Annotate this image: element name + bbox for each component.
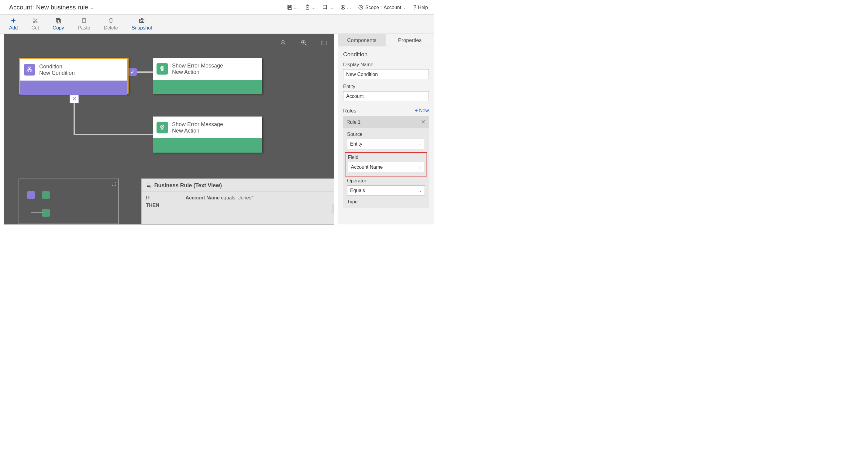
check-icon: ✓	[129, 68, 137, 76]
cut-label: Cut	[31, 25, 39, 31]
text-view-panel: ⛶ Business Rule (Text View) IF Account N…	[141, 179, 334, 224]
paste-button[interactable]: Paste	[78, 18, 90, 31]
action-node[interactable]: Show Error Message New Action	[153, 116, 262, 152]
add-button[interactable]: Add	[9, 18, 18, 31]
title-prefix: Account:	[9, 4, 34, 11]
connector-line	[73, 103, 75, 135]
delete-label: Delete	[104, 25, 118, 31]
field-value: Account Name	[351, 164, 383, 170]
minimap[interactable]: ⛶	[19, 179, 119, 224]
svg-rect-19	[29, 67, 30, 68]
svg-rect-10	[56, 19, 59, 22]
connector-line	[137, 71, 153, 73]
svg-rect-2	[288, 8, 291, 9]
minimap-line	[31, 212, 42, 213]
page-title[interactable]: Account: New business rule ⌄	[9, 4, 94, 11]
zoom-in-icon[interactable]	[301, 39, 307, 47]
rules-label: Rules	[343, 108, 356, 114]
svg-rect-20	[27, 71, 29, 72]
source-select[interactable]: Entity ⌄	[347, 139, 425, 149]
field-label: Field	[348, 155, 424, 160]
operator-select[interactable]: Equals ⌄	[347, 185, 425, 196]
node-footer	[153, 80, 262, 94]
rule-body: Source Entity ⌄ Field Account Name ⌄ Ope…	[343, 128, 429, 208]
tab-components[interactable]: Components	[338, 34, 386, 47]
type-label: Type	[347, 199, 425, 205]
scope-selector[interactable]: Scope : Account ⌄	[358, 5, 406, 10]
tab-properties[interactable]: Properties	[386, 34, 434, 47]
scroll-up-icon[interactable]: ˄	[333, 204, 334, 213]
canvas-controls	[280, 39, 328, 47]
new-rule-button[interactable]: + New	[415, 108, 429, 114]
display-name-input[interactable]	[343, 69, 429, 79]
delete-button[interactable]: Delete	[104, 18, 118, 31]
rule-header[interactable]: Rule 1 ✕	[343, 116, 429, 128]
scope-label: Scope :	[365, 5, 382, 10]
source-value: Entity	[350, 141, 362, 147]
scope-value: Account	[383, 5, 401, 10]
svg-point-24	[150, 186, 151, 187]
canvas[interactable]: ✓ ✕ Condition New Condition	[4, 34, 334, 224]
snapshot-label: Snapshot	[132, 25, 152, 31]
add-label: Add	[9, 25, 18, 31]
operator-value: Equals	[350, 187, 365, 193]
x-icon[interactable]: ✕	[70, 94, 79, 103]
paste-label: Paste	[78, 25, 90, 31]
help-label: Help	[418, 5, 428, 10]
condition-icon	[24, 64, 35, 76]
copy-button[interactable]: Copy	[53, 18, 64, 31]
error-action-icon	[157, 63, 168, 75]
operator-label: Operator	[347, 178, 425, 184]
then-keyword: THEN	[146, 203, 164, 209]
node-subtitle: New Action	[172, 69, 223, 76]
connector-line	[73, 134, 153, 135]
node-title: Condition	[39, 63, 75, 70]
activate-icon[interactable]: ...	[340, 5, 351, 10]
save-icon[interactable]: ...	[287, 5, 298, 10]
error-action-icon	[157, 122, 168, 133]
action-node[interactable]: Show Error Message New Action	[153, 58, 262, 94]
source-label: Source	[347, 131, 425, 138]
if-expression: Account Name equals "Jones"	[186, 195, 253, 201]
main-area: ✓ ✕ Condition New Condition	[0, 34, 434, 224]
node-title: Show Error Message	[172, 63, 223, 69]
help-button[interactable]: ? Help	[413, 4, 428, 11]
entity-label: Entity	[343, 84, 429, 90]
node-subtitle: New Action	[172, 128, 223, 134]
chevron-down-icon[interactable]: ⌄	[90, 5, 94, 10]
node-footer	[153, 138, 262, 153]
svg-point-15	[141, 20, 143, 22]
chevron-down-icon: ⌄	[419, 142, 422, 146]
display-name-label: Display Name	[343, 62, 429, 67]
header-bar: Account: New business rule ⌄ ... ... ...…	[0, 0, 434, 15]
condition-node[interactable]: Condition New Condition	[19, 58, 129, 94]
minimap-node	[42, 209, 50, 217]
zoom-out-icon[interactable]	[280, 39, 287, 47]
minimap-expand-icon[interactable]: ⛶	[112, 181, 116, 187]
help-icon: ?	[413, 4, 416, 11]
text-view-header: Business Rule (Text View)	[142, 179, 334, 192]
field-highlight: Field Account Name ⌄	[345, 152, 427, 177]
section-title: Condition	[343, 51, 429, 58]
snapshot-button[interactable]: Snapshot	[132, 18, 152, 31]
minimap-node	[42, 191, 50, 199]
save-as-icon[interactable]: ...	[322, 5, 333, 10]
node-subtitle: New Condition	[39, 70, 75, 76]
rule-title: Rule 1	[346, 119, 361, 125]
validate-icon[interactable]: ...	[305, 5, 315, 10]
fit-screen-icon[interactable]	[321, 39, 328, 47]
cut-button[interactable]: Cut	[31, 18, 39, 31]
close-icon[interactable]: ✕	[421, 119, 426, 125]
if-keyword: IF	[146, 195, 164, 201]
panel-tabs: Components Properties	[338, 34, 434, 47]
minimap-node	[27, 191, 35, 199]
svg-rect-1	[289, 5, 290, 7]
chevron-down-icon: ⌄	[418, 165, 421, 169]
text-view-body: IF Account Name equals "Jones" THEN ˄	[142, 192, 334, 213]
svg-rect-11	[57, 20, 60, 23]
node-footer	[20, 81, 127, 95]
entity-input[interactable]	[343, 91, 429, 101]
header-actions: ... ... ... ... Scope : Account ⌄ ? Help	[287, 4, 428, 11]
field-select[interactable]: Account Name ⌄	[348, 162, 424, 172]
svg-rect-21	[30, 71, 32, 72]
